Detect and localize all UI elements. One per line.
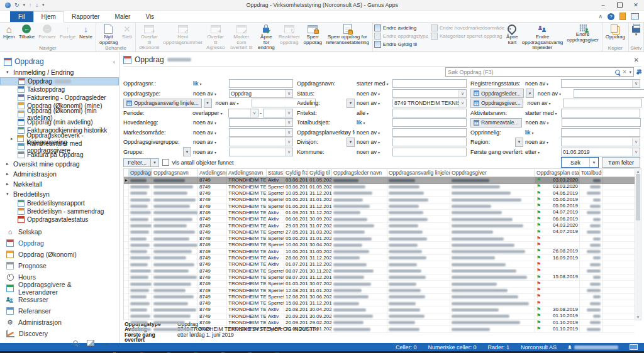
- row-selector[interactable]: [124, 294, 129, 300]
- operator-select[interactable]: noen av▾: [216, 100, 250, 106]
- operator-select[interactable]: starter med▾: [525, 110, 559, 116]
- column-header-oppdragsplan-etablert[interactable]: Oppdragsplan etablert: [535, 169, 580, 176]
- operator-select[interactable]: noen av▾: [357, 149, 391, 155]
- column-header-oppdragsleder-navn[interactable]: Oppdragsleder navn: [332, 169, 387, 176]
- vis-antall-checkbox[interactable]: Vis antall objekter funnet: [162, 159, 233, 166]
- qat-customize-icon[interactable]: ▾: [42, 3, 45, 8]
- oppdragsnr-input[interactable]: [229, 79, 293, 88]
- operator-select[interactable]: noen av▾: [357, 90, 391, 97]
- table-row[interactable]: 8749TRONDHEIM TEKNIS...Sperret03.06.2019…: [124, 184, 635, 190]
- ribbon-button-pne-kart[interactable]: Åpne kart: [504, 23, 520, 45]
- table-row[interactable]: 8749TRONDHEIM TEKNIS...Sperret10.05.2019…: [124, 190, 635, 197]
- operator-select[interactable]: lik▾: [525, 129, 559, 136]
- module-referanser[interactable]: Referanser: [0, 305, 119, 317]
- table-row[interactable]: 8749TRONDHEIM TEKNIS...Aktiv06.06.201930…: [124, 216, 635, 222]
- table-row[interactable]: 8749TRONDHEIM TEKNIS...Aktiv01.07.201931…: [124, 261, 635, 268]
- table-row[interactable]: 8749TRONDHEIM TEKNIS...Aktiv10.06.201931…: [124, 249, 635, 255]
- operator-select[interactable]: overlapper▾: [192, 110, 226, 116]
- operator-select[interactable]: noen av▾: [525, 80, 559, 87]
- tree-group-breddetilsyn[interactable]: ▾Breddetilsyn: [0, 189, 119, 199]
- row-selector[interactable]: [124, 236, 129, 242]
- tree-item-fakturering-oppdragsleder[interactable]: Fakturering - Oppdragsleder: [0, 94, 119, 102]
- row-selector[interactable]: [124, 242, 129, 248]
- rammeavtale-input[interactable]: [562, 118, 641, 127]
- dropdown-button[interactable]: ▼: [183, 147, 191, 156]
- more-options-icon[interactable]: …: [103, 339, 110, 346]
- dropdown-button[interactable]: ▼: [526, 89, 534, 98]
- table-row[interactable]: 8749TRONDHEIM TEKNIS...Sperret15.08.2019…: [124, 300, 635, 307]
- scroll-down-icon[interactable]: ▼: [636, 315, 640, 319]
- column-header-avdelingsnavn[interactable]: Avdelingsnavn: [227, 169, 267, 176]
- table-row[interactable]: 8749TRONDHEIM TEKNIS...Aktiv20.09.201930…: [124, 313, 635, 320]
- table-row[interactable]: 8749TRONDHEIM TEKNIS...Aktiv28.06.201931…: [124, 255, 635, 261]
- search-box[interactable]: ✕ ▾: [445, 67, 634, 77]
- operator-select[interactable]: noen av▾: [357, 129, 391, 136]
- row-selector[interactable]: [124, 261, 129, 268]
- oppdragsnavn-input[interactable]: [392, 79, 467, 88]
- module-selskap[interactable]: ⌂Selskap: [0, 226, 119, 237]
- ribbon-button-endre-avdeling[interactable]: Endre avdeling: [374, 24, 428, 31]
- column-header-gyldig-fra[interactable]: Gyldig fra: [284, 169, 308, 176]
- column-header-avdelingsnr[interactable]: Avdelingsnr.: [198, 169, 227, 176]
- divisjon-input[interactable]: [392, 138, 467, 146]
- row-selector[interactable]: [124, 268, 129, 274]
- notes-icon[interactable]: [619, 13, 626, 20]
- search-go-icon[interactable]: [615, 70, 620, 75]
- tree-item-oppdragsavtalestatus[interactable]: Oppdragsavtalestatus: [0, 215, 119, 224]
- row-selector[interactable]: [124, 229, 129, 236]
- date-from-combo[interactable]: ∨: [228, 109, 258, 117]
- minimize-button[interactable]: –: [595, 1, 611, 10]
- row-selector[interactable]: [124, 210, 129, 216]
- operator-select[interactable]: noen av▾: [193, 149, 227, 155]
- refresh-dropdown-icon[interactable]: ▾: [23, 3, 26, 8]
- row-selector[interactable]: [124, 216, 129, 222]
- module-oppdrag-konomi[interactable]: Oppdrag (Økonomi): [0, 249, 119, 260]
- table-row[interactable]: 8749TRONDHEIM TEKNIS...Sperret01.05.2019…: [124, 281, 635, 287]
- tab-rapporter[interactable]: Rapporter: [64, 12, 107, 22]
- tree-item-rammeavtaler-med-oppdragsgivere[interactable]: Rammeavtaler med oppdragsgivere: [0, 143, 119, 151]
- markedsomr-de-combo[interactable]: ∨: [229, 128, 293, 137]
- operator-select[interactable]: starter med▾: [357, 80, 391, 87]
- oppdragsgiver-button[interactable]: Oppdragsgiver...: [470, 99, 523, 108]
- search-options-icon[interactable]: ▾: [629, 70, 631, 75]
- table-row[interactable]: 8749TRONDHEIM TEKNIS...Sperret01.06.2019…: [124, 204, 635, 210]
- operator-select[interactable]: noen av▾: [357, 139, 391, 145]
- table-row[interactable]: 8749TRONDHEIM TEKNIS...Aktiv29.03.201631…: [124, 223, 635, 229]
- tree-group-oversikt-mine-oppdrag[interactable]: ▸Oversikt mine oppdrag: [0, 159, 119, 169]
- aktivitetsnavn-input[interactable]: [561, 109, 640, 117]
- views-icon[interactable]: [87, 340, 94, 346]
- ribbon-button-sperr-oppdrag-for-referanseetablering[interactable]: Sperr oppdrag for referanseetablering: [324, 23, 371, 45]
- monitor-icon[interactable]: [630, 344, 638, 350]
- tree-item-breddetilsynsrapport[interactable]: Breddetilsynsrapport: [0, 199, 119, 207]
- table-row[interactable]: 8749TRONDHEIM TEKNIS...Sperret05.06.2019…: [124, 197, 635, 203]
- close-button[interactable]: ✕: [628, 1, 644, 10]
- oppdragsgiver-input[interactable]: [563, 99, 642, 107]
- table-row[interactable]: 8749TRONDHEIM TEKNIS...Sperret08.07.2019…: [124, 268, 635, 274]
- checkbox-box[interactable]: [162, 159, 169, 166]
- ribbon-button-hjem[interactable]: ⌂Hjem: [1, 23, 17, 40]
- row-selector[interactable]: [124, 223, 129, 229]
- f-rste-gang-overf-rt-combo[interactable]: 01.06.2019∨: [561, 148, 640, 156]
- tree-group-administrasjon[interactable]: ▸Administrasjon: [0, 169, 119, 179]
- tree-group-innmelding-endring[interactable]: ▾Innmelding / Endring: [0, 67, 119, 77]
- oppdragsplanverkt-y-for-aktivitet-input[interactable]: [392, 128, 467, 137]
- column-header-totalbudsjett[interactable]: Totalbudsjett: [580, 169, 602, 176]
- scroll-up-icon[interactable]: ▲: [636, 170, 640, 173]
- pin-icon[interactable]: [636, 69, 642, 75]
- table-row[interactable]: 8749TRONDHEIM TEKNIS...Aktiv26.08.201930…: [124, 307, 635, 313]
- ribbon-button-endre-oppdragsgiver[interactable]: Endre oppdragsgiver: [565, 23, 601, 43]
- operator-select[interactable]: etter▾: [525, 149, 559, 155]
- row-selector[interactable]: [124, 249, 129, 255]
- rammeavtale-button[interactable]: Rammeavtale...: [470, 118, 522, 128]
- module-oppdrag[interactable]: Oppdrag: [0, 237, 119, 249]
- oppdragstype-combo[interactable]: Oppdrag∨: [229, 89, 293, 98]
- table-row[interactable]: 8749TRONDHEIM TEKNIS...Sperret05.06.2019…: [124, 236, 635, 242]
- operator-select[interactable]: lik▾: [357, 119, 391, 126]
- oppdragsansvarlig-linjele-button[interactable]: Oppdragsansvarlig linjele...: [123, 99, 202, 108]
- column-header-oppdragsgiver[interactable]: Oppdragsgiver: [450, 169, 535, 176]
- ribbon-button-endre-oppdragsansvarlig-linjeleder[interactable]: Endre oppdragsansvarlig linjeleder: [520, 23, 565, 51]
- date-to-combo[interactable]: ∨: [263, 109, 293, 117]
- share-screen-icon[interactable]: [631, 13, 639, 19]
- row-selector[interactable]: [124, 204, 129, 210]
- operator-select[interactable]: noen av▾: [526, 119, 560, 126]
